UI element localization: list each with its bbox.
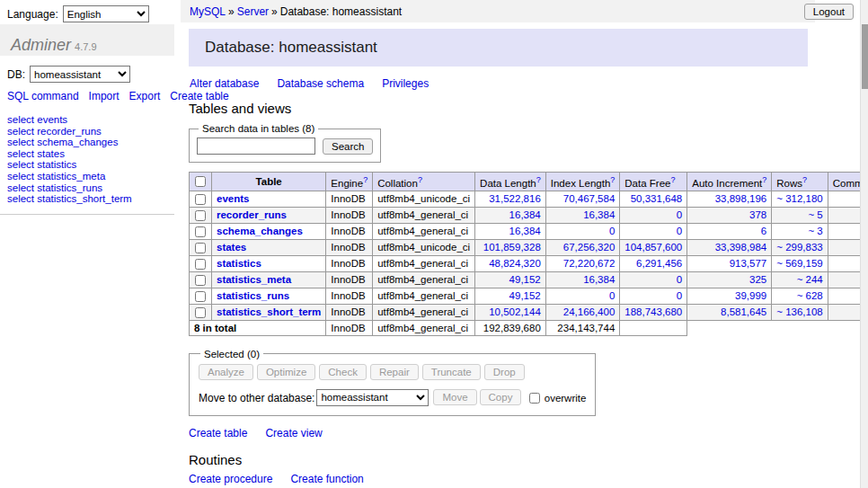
breadcrumb-driver-link[interactable]: MySQL	[190, 5, 226, 18]
sidebar-link-select-statistics-meta[interactable]: select statistics_meta	[7, 171, 105, 182]
auto-increment-link[interactable]: 8,581,645	[721, 306, 766, 317]
help-icon[interactable]: ?	[610, 175, 615, 184]
sidebar-link-select-statistics-runs[interactable]: select statistics_runs	[7, 182, 102, 193]
sidebar-link-select-states[interactable]: select states	[7, 148, 65, 159]
rows-link[interactable]: ~ 299,833	[776, 242, 822, 253]
menu-action-import[interactable]: Import	[89, 90, 120, 102]
auto-increment-link[interactable]: 378	[749, 209, 766, 220]
rows-link[interactable]: ~ 5	[808, 209, 822, 220]
language-select[interactable]: English	[63, 5, 149, 22]
table-link-statistics-short-term[interactable]: statistics_short_term	[217, 306, 321, 317]
data-free-link[interactable]: 0	[677, 226, 682, 236]
move-db-select[interactable]: homeassistant	[316, 389, 429, 406]
select-all-checkbox[interactable]	[195, 176, 206, 187]
search-button[interactable]: Search	[323, 138, 373, 155]
table-link-statistics-runs[interactable]: statistics_runs	[217, 290, 289, 301]
help-icon[interactable]: ?	[418, 175, 422, 184]
index-length-link[interactable]: 70,467,584	[563, 193, 616, 204]
move-button[interactable]: Move	[433, 389, 476, 405]
table-link-states[interactable]: states	[217, 242, 246, 253]
scrollbar[interactable]	[860, 0, 868, 488]
data-free-link[interactable]: 50,331,648	[631, 193, 683, 204]
copy-button[interactable]: Copy	[480, 389, 522, 405]
app-logo[interactable]: Adminer	[11, 36, 71, 54]
sidebar-link-select-statistics[interactable]: select statistics	[7, 159, 76, 170]
data-free-link[interactable]: 104,857,600	[624, 242, 682, 253]
table-link-recorder-runs[interactable]: recorder_runs	[217, 209, 287, 220]
auto-increment-link[interactable]: 325	[749, 274, 766, 285]
rows-link[interactable]: ~ 244	[797, 274, 823, 285]
menu-action-sql-command[interactable]: SQL command	[7, 90, 79, 102]
link-create-procedure[interactable]: Create procedure	[189, 473, 272, 485]
scrollbar-thumb[interactable]	[862, 24, 868, 89]
db-link-alter-database[interactable]: Alter database	[190, 77, 259, 90]
auto-increment-link[interactable]: 39,999	[735, 290, 766, 301]
index-length-link[interactable]: 67,256,320	[563, 242, 616, 253]
db-link-privileges[interactable]: Privileges	[382, 77, 429, 90]
rows-link[interactable]: ~ 628	[797, 290, 823, 301]
rows-link[interactable]: ~ 136,108	[776, 306, 822, 317]
table-link-events[interactable]: events	[217, 193, 249, 204]
auto-increment-link[interactable]: 913,577	[730, 258, 767, 269]
data-length-link[interactable]: 31,522,816	[489, 193, 541, 204]
analyze-button[interactable]: Analyze	[199, 364, 253, 380]
logout-button[interactable]: Logout	[804, 4, 854, 20]
data-length-link[interactable]: 16,384	[509, 209, 541, 220]
row-checkbox[interactable]	[195, 210, 206, 221]
auto-increment-link[interactable]: 6	[761, 226, 766, 236]
drop-button[interactable]: Drop	[484, 364, 525, 380]
sidebar-link-select-statistics-short-term[interactable]: select statistics_short_term	[7, 193, 132, 204]
row-checkbox[interactable]	[195, 259, 206, 270]
row-checkbox[interactable]	[195, 307, 206, 318]
rows-link[interactable]: ~ 312,180	[776, 193, 822, 204]
auto-increment-link[interactable]: 33,398,984	[715, 242, 767, 253]
data-free-link[interactable]: 0	[677, 274, 682, 285]
repair-button[interactable]: Repair	[370, 364, 419, 380]
row-checkbox[interactable]	[195, 226, 206, 237]
index-length-link[interactable]: 16,384	[583, 209, 615, 220]
data-length-link[interactable]: 16,384	[509, 226, 541, 236]
data-free-link[interactable]: 0	[677, 209, 682, 220]
sidebar-link-select-recorder-runs[interactable]: select recorder_runs	[7, 126, 102, 137]
help-icon[interactable]: ?	[802, 175, 807, 184]
table-link-schema-changes[interactable]: schema_changes	[217, 226, 303, 236]
table-link-statistics[interactable]: statistics	[217, 258, 261, 269]
data-free-link[interactable]: 0	[677, 290, 682, 301]
rows-link[interactable]: ~ 569,159	[776, 258, 822, 269]
row-checkbox[interactable]	[195, 291, 206, 302]
sidebar-link-select-schema-changes[interactable]: select schema_changes	[7, 137, 118, 147]
row-checkbox[interactable]	[195, 243, 206, 253]
overwrite-label[interactable]: overwrite	[545, 392, 587, 403]
data-free-link[interactable]: 188,743,680	[624, 306, 682, 317]
data-length-link[interactable]: 49,152	[509, 290, 541, 301]
search-input[interactable]	[197, 138, 315, 155]
menu-action-export[interactable]: Export	[129, 90, 161, 102]
help-icon[interactable]: ?	[762, 175, 766, 184]
overwrite-checkbox[interactable]	[529, 393, 540, 404]
data-free-link[interactable]: 6,291,456	[636, 258, 682, 269]
index-length-link[interactable]: 0	[609, 226, 615, 236]
link-create-function[interactable]: Create function	[290, 473, 363, 485]
link-create-view[interactable]: Create view	[265, 427, 322, 439]
check-button[interactable]: Check	[319, 364, 367, 380]
data-length-link[interactable]: 49,152	[509, 274, 541, 285]
row-checkbox[interactable]	[195, 275, 206, 286]
index-length-link[interactable]: 16,384	[583, 274, 615, 285]
rows-link[interactable]: ~ 3	[808, 226, 822, 236]
link-create-table[interactable]: Create table	[189, 427, 247, 439]
index-length-link[interactable]: 72,220,672	[563, 258, 616, 269]
table-link-statistics-meta[interactable]: statistics_meta	[217, 274, 291, 285]
optimize-button[interactable]: Optimize	[257, 364, 315, 380]
auto-increment-link[interactable]: 33,898,196	[715, 193, 767, 204]
db-select[interactable]: homeassistant	[30, 66, 130, 83]
data-length-link[interactable]: 101,859,328	[483, 242, 541, 253]
data-length-link[interactable]: 48,824,320	[489, 258, 541, 269]
help-icon[interactable]: ?	[363, 175, 368, 184]
sidebar-link-select-events[interactable]: select events	[7, 114, 67, 125]
help-icon[interactable]: ?	[536, 175, 541, 184]
data-length-link[interactable]: 10,502,144	[489, 306, 541, 317]
index-length-link[interactable]: 24,166,400	[563, 306, 616, 317]
truncate-button[interactable]: Truncate	[422, 364, 481, 380]
help-icon[interactable]: ?	[670, 175, 675, 184]
row-checkbox[interactable]	[195, 194, 206, 205]
